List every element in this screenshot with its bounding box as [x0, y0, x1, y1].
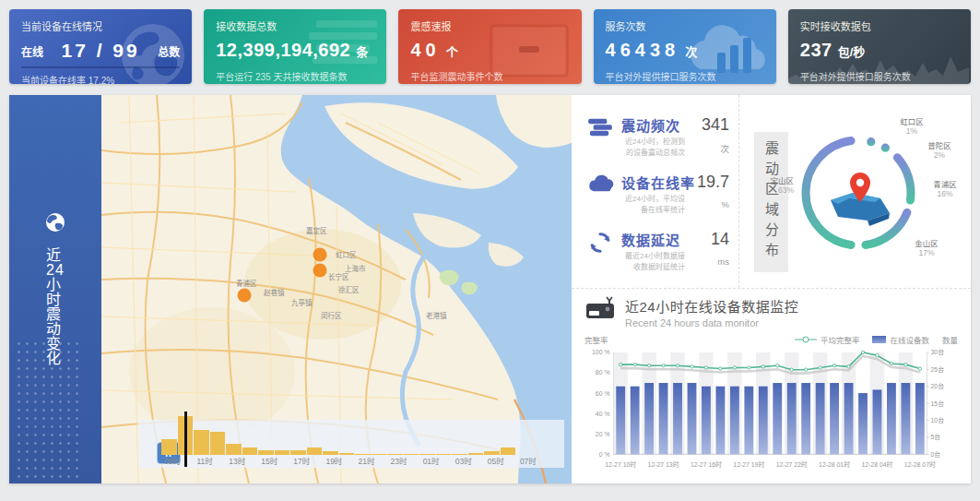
- svg-text:2%: 2%: [934, 150, 946, 160]
- svg-text:嘉定区: 嘉定区: [306, 226, 327, 235]
- svg-text:0台: 0台: [931, 450, 941, 459]
- online-devices-bar: [830, 383, 839, 454]
- stat-desc: 近24小时，检测到的设备震动总频次: [621, 137, 685, 158]
- online-devices-bar: [844, 383, 854, 454]
- svg-text:虹口区: 虹口区: [900, 117, 924, 126]
- total-data-value: 12,399,194,692: [216, 40, 350, 61]
- online-devices-bar: [858, 393, 868, 454]
- timeline-histogram: [161, 412, 515, 455]
- svg-text:12-27 16时: 12-27 16时: [691, 460, 722, 468]
- service-count-value: 46438: [606, 40, 680, 61]
- stat-value: 19.7: [692, 173, 729, 192]
- timeline-hour-label: 05时: [485, 455, 507, 466]
- seismograph-icon: [584, 296, 616, 320]
- svg-text:100 %: 100 %: [592, 349, 609, 355]
- quake-event-dot[interactable]: [313, 248, 327, 262]
- quake-count-value: 40: [410, 40, 440, 61]
- svg-text:赵巷镇: 赵巷镇: [264, 288, 285, 297]
- bar-swatch-icon: [872, 336, 886, 343]
- svg-text:20台: 20台: [931, 382, 945, 390]
- quake-event-dot[interactable]: [313, 264, 327, 278]
- timeline-hour-label: 15时: [258, 455, 280, 466]
- card-realtime-packets[interactable]: 实时接收数据包 237 包/秒 平台对外提供接口服务次数: [788, 9, 971, 84]
- online-devices-bar: [702, 387, 711, 455]
- timeline-bar: [501, 447, 516, 455]
- online-devices-bar: [715, 387, 725, 455]
- kpi-stats: 震动频次 近24小时，检测到的设备震动总频次 341 次: [572, 95, 739, 288]
- shanghai-map[interactable]: 嘉定区青浦区赵巷镇九亭镇虹口区上海市长宁区徐汇区闵行区老港镇 II 09时11时…: [101, 95, 572, 483]
- online-devices-bar: [673, 383, 682, 454]
- svg-text:63%: 63%: [778, 185, 794, 195]
- online-devices-bar: [744, 387, 753, 455]
- monitor-legend: 完整率 平均完整率 在线设备数 数量: [584, 334, 958, 345]
- svg-text:60 %: 60 %: [596, 390, 610, 397]
- online-devices-bar: [759, 387, 768, 455]
- sidebar-title-char: 24: [46, 263, 65, 278]
- donut-segment-青浦区[interactable]: [897, 158, 911, 200]
- stat-title: 数据延迟: [621, 230, 685, 249]
- monitor-chart-canvas: 0 %20 %40 %60 %80 %100 %0台5台10台15台20台25台…: [584, 345, 958, 480]
- svg-text:12-27 10时: 12-27 10时: [605, 460, 636, 468]
- card-footer: 平台对外提供接口服务次数: [606, 69, 764, 83]
- stat-data-delay: 数据延迟 最近24小时数据接收数据时延统计 14 ms: [586, 230, 729, 272]
- monitor-subtitle: Recent 24 hours data monitor: [625, 317, 798, 328]
- dashboard: 当前设备在线情况 在线 17 / 99 总数 当前设备在线率 17.2% 接收数…: [0, 0, 980, 501]
- y-left-axis-label: 完整率: [584, 334, 608, 345]
- unit-label: 次: [685, 42, 697, 60]
- donut-segment-宝山区[interactable]: [806, 141, 851, 245]
- stat-desc: 最近24小时数据接收数据时延统计: [621, 251, 685, 272]
- stat-value: 341: [692, 115, 729, 135]
- stat-cards-row: 当前设备在线情况 在线 17 / 99 总数 当前设备在线率 17.2% 接收数…: [9, 9, 971, 84]
- svg-text:12-28 01时: 12-28 01时: [819, 460, 850, 468]
- timeline-hour-label: 09时: [161, 455, 183, 466]
- svg-text:10台: 10台: [931, 416, 945, 424]
- card-service-count[interactable]: 服务次数 46438 次 平台对外提供接口服务次数: [594, 9, 776, 84]
- svg-text:徐汇区: 徐汇区: [338, 285, 360, 294]
- donut-chart: 宝山区63%虹口区1%普陀区2%青浦区16%金山区17%: [740, 95, 971, 289]
- map-timeline: II 09时11时13时15时17时19时21时23时01时03时05时07时: [138, 420, 564, 468]
- card-quake-report[interactable]: 震感速报 40 个 平台监测震动事件个数: [398, 9, 581, 84]
- card-title: 服务次数: [606, 18, 764, 33]
- legend-online-devices[interactable]: 在线设备数: [872, 334, 929, 345]
- online-devices-bar: [688, 383, 697, 454]
- online-devices-bar: [659, 383, 668, 454]
- monitor-section: 近24小时在线设备数据监控 Recent 24 hours data monit…: [572, 289, 971, 483]
- svg-text:12-27 22时: 12-27 22时: [776, 460, 808, 468]
- online-devices-bar: [887, 383, 896, 454]
- online-devices-bar: [631, 387, 640, 455]
- card-total-data[interactable]: 接收数据总数 12,399,194,692 条 平台运行 235 天共接收数据条…: [204, 9, 386, 84]
- sidebar-title-char: 时: [46, 292, 65, 307]
- timeline-hour-label: 07时: [517, 455, 539, 466]
- timeline-bar: [226, 444, 242, 455]
- refresh-icon: [586, 230, 614, 254]
- timeline-hour-label: 13时: [226, 455, 248, 466]
- online-devices-bar: [801, 383, 810, 454]
- quake-region-distribution: 震动区域分布: [739, 95, 971, 288]
- card-title: 实时接收数据包: [800, 18, 959, 33]
- svg-text:20 %: 20 %: [596, 431, 610, 437]
- online-devices-bar: [901, 383, 910, 454]
- svg-text:30台: 30台: [931, 348, 945, 356]
- card-footer: 平台运行 235 天共接收数据条数: [216, 69, 374, 83]
- unit-label: 条: [356, 42, 368, 60]
- donut-segment-普陀区[interactable]: [881, 144, 890, 152]
- card-footer: 当前设备在线率 17.2%: [21, 73, 180, 84]
- legend-avg-completeness[interactable]: 平均完整率: [795, 334, 860, 345]
- svg-text:12-28 04时: 12-28 04时: [861, 460, 892, 468]
- y-right-axis-label: 数量: [942, 334, 958, 345]
- online-label: 在线: [21, 43, 43, 59]
- donut-segment-虹口区[interactable]: [867, 137, 875, 146]
- svg-text:16%: 16%: [937, 189, 952, 198]
- unit-label: 个: [446, 42, 458, 60]
- quake-event-dot[interactable]: [238, 289, 252, 303]
- svg-text:40 %: 40 %: [596, 411, 610, 417]
- svg-text:普陀区: 普陀区: [927, 141, 951, 150]
- stat-desc: 近24小时，平均设备在线率统计: [621, 194, 685, 215]
- svg-text:25台: 25台: [931, 365, 945, 374]
- stat-unit: %: [692, 199, 729, 209]
- card-device-online[interactable]: 当前设备在线情况 在线 17 / 99 总数 当前设备在线率 17.2%: [9, 9, 192, 84]
- svg-text:金山区: 金山区: [915, 239, 939, 248]
- svg-text:17%: 17%: [918, 248, 934, 257]
- timeline-hour-label: 23时: [388, 455, 410, 466]
- timeline-hour-label: 21时: [355, 455, 377, 466]
